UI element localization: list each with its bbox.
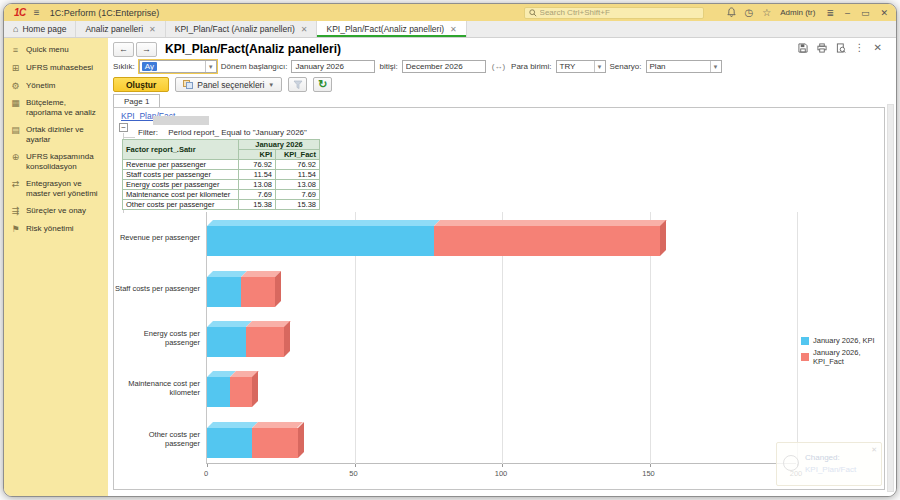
- sidebar-item-label: Quick menu: [26, 45, 69, 56]
- currency-value: TRY: [557, 62, 579, 71]
- table-row: Energy costs per passenger 13.08 13.08: [123, 180, 320, 190]
- generate-button[interactable]: Oluştur: [113, 77, 169, 92]
- row-kpi-fact: 13.08: [276, 180, 320, 190]
- favorites-star-icon[interactable]: ☆: [762, 8, 771, 18]
- chevron-down-icon: ▼: [268, 82, 274, 88]
- management-icon: ⚙: [10, 81, 21, 92]
- frequency-combo[interactable]: Ay ▼: [139, 60, 217, 73]
- funnel-icon: [293, 80, 303, 90]
- print-icon[interactable]: [817, 43, 827, 53]
- refresh-icon: ↻: [318, 79, 327, 90]
- integration-icon: ⇄: [10, 179, 21, 199]
- show-panel-icon[interactable]: ≣: [826, 8, 834, 18]
- chevron-down-icon[interactable]: ▼: [710, 61, 721, 72]
- tab-close-icon[interactable]: ✕: [450, 25, 457, 34]
- sidebar-item-accounting[interactable]: ⊞UFRS muhasebesi: [10, 63, 104, 74]
- tab-kpi-plan-fact-1[interactable]: KPI_Plan/Fact (Analiz panelleri) ✕: [166, 21, 318, 37]
- bar-segment-kpi-fact: [246, 327, 285, 357]
- body-row: ≡Quick menu⊞UFRS muhasebesi⚙Yönetim▦Bütç…: [4, 38, 896, 496]
- frequency-value: Ay: [142, 62, 157, 71]
- page-tab-label: Page 1: [124, 97, 149, 106]
- x-axis-tick-label: 50: [341, 469, 367, 478]
- close-window-button[interactable]: ✕: [880, 8, 888, 18]
- user-label[interactable]: Admin (tr): [780, 8, 815, 17]
- tree-connector-line: [124, 137, 135, 138]
- notifications-bell-icon[interactable]: [727, 7, 736, 19]
- row-kpi: 11.54: [239, 170, 276, 180]
- tab-label: KPI_Plan/Fact(Analiz panelleri): [326, 24, 444, 34]
- save-icon[interactable]: [798, 43, 808, 53]
- vertical-scrollbar[interactable]: [887, 104, 894, 492]
- window-title: 1C:Perform (1C:Enterprise): [50, 8, 160, 18]
- tab-home-page[interactable]: ⌂ Home page: [4, 21, 76, 37]
- tab-close-icon[interactable]: ✕: [301, 25, 308, 34]
- panel-options-button[interactable]: Panel seçenekleri ▼: [175, 77, 282, 92]
- restore-button[interactable]: ▭: [861, 8, 870, 18]
- forward-button[interactable]: →: [136, 42, 157, 57]
- tab-close-icon[interactable]: ✕: [149, 25, 156, 34]
- sidebar-item-label: Süreçler ve onay: [26, 206, 86, 217]
- chart-category-label: Revenue per passenger: [114, 233, 200, 242]
- legend-label: January 2026, KPI_Fact: [813, 348, 884, 366]
- print-preview-icon[interactable]: [836, 43, 846, 53]
- period-range-icon[interactable]: (↔): [492, 62, 505, 71]
- sidebar-item-integration[interactable]: ⇄Entegrasyon ve master veri yönetimi: [10, 179, 104, 199]
- tab-analiz-panelleri[interactable]: Analiz panelleri ✕: [76, 21, 165, 37]
- kpi-bar-chart: 050100150200Revenue per passengerStaff c…: [114, 212, 804, 484]
- more-menu-icon[interactable]: ⋮: [855, 43, 865, 53]
- table-group-header: January 2026: [239, 140, 320, 150]
- bar-segment-kpi: [207, 327, 246, 357]
- period-end-input[interactable]: [403, 61, 485, 72]
- main-menu-icon[interactable]: ≡: [34, 7, 40, 18]
- row-name: Staff costs per passenger: [123, 170, 239, 180]
- period-end-field: [402, 60, 486, 73]
- global-search[interactable]: [524, 7, 704, 19]
- sidebar-item-budgeting[interactable]: ▦Bütçeleme, raporlama ve analiz: [10, 98, 104, 118]
- sidebar-item-processes[interactable]: ⇶Süreçler ve onay: [10, 206, 104, 217]
- bar-track: [207, 277, 796, 307]
- sidebar-item-risk[interactable]: ⚑Risk yönetimi: [10, 224, 104, 235]
- refresh-button[interactable]: ↻: [313, 77, 332, 92]
- sidebar-item-management[interactable]: ⚙Yönetim: [10, 81, 104, 92]
- sidebar-item-label: UFRS kapsamında konsolidasyon: [26, 152, 104, 172]
- back-button[interactable]: ←: [113, 42, 134, 57]
- history-icon[interactable]: ◷: [745, 8, 754, 18]
- currency-combo[interactable]: TRY ▼: [556, 60, 606, 73]
- quick-menu-icon: ≡: [10, 45, 21, 56]
- sidebar-item-label: Entegrasyon ve master veri yönetimi: [26, 179, 104, 199]
- chart-category-label: Staff costs per passenger: [114, 283, 200, 292]
- scenario-combo[interactable]: Plan ▼: [646, 60, 722, 73]
- sidebar-item-quick-menu[interactable]: ≡Quick menu: [10, 45, 104, 56]
- sidebar-item-directories[interactable]: ▤Ortak dizinler ve ayarlar: [10, 125, 104, 145]
- gridline: [797, 212, 798, 464]
- collapse-group-icon[interactable]: −: [119, 123, 128, 132]
- search-icon: [529, 9, 537, 17]
- search-input[interactable]: [540, 8, 699, 17]
- row-kpi: 76.92: [239, 160, 276, 170]
- row-name: Energy costs per passenger: [123, 180, 239, 190]
- sidebar-item-label: UFRS muhasebesi: [26, 63, 93, 74]
- bar-segment-kpi: [207, 428, 252, 458]
- table-row: Other costs per passenger 15.38 15.38: [123, 200, 320, 210]
- minimize-button[interactable]: –: [845, 8, 850, 18]
- close-panel-icon[interactable]: ✕: [874, 43, 882, 53]
- header-icons: ⋮ ✕: [798, 43, 882, 53]
- legend-swatch-icon: [801, 353, 809, 361]
- tab-kpi-plan-fact-2[interactable]: KPI_Plan/Fact(Analiz panelleri) ✕: [317, 21, 466, 37]
- axis-tick: [207, 464, 208, 467]
- filter-button[interactable]: [288, 77, 307, 92]
- bar-segment-kpi-fact: [252, 428, 297, 458]
- group-header-cell: [153, 116, 209, 125]
- page-tab[interactable]: Page 1: [113, 94, 160, 107]
- chevron-down-icon[interactable]: ▼: [594, 61, 605, 72]
- budgeting-icon: ▦: [10, 98, 21, 118]
- toast-close-icon[interactable]: ✕: [871, 446, 877, 454]
- sidebar-item-consolidation[interactable]: ⊕UFRS kapsamında konsolidasyon: [10, 152, 104, 172]
- table-row: Maintenance cost per kilometer 7.69 7.69: [123, 190, 320, 200]
- period-start-input[interactable]: [292, 61, 374, 72]
- table-row: Revenue per passenger 76.92 76.92: [123, 160, 320, 170]
- frequency-label: Sıklık:: [113, 62, 135, 71]
- sidebar-item-label: Ortak dizinler ve ayarlar: [26, 125, 104, 145]
- legend-entry: January 2026, KPI: [801, 336, 884, 345]
- chevron-down-icon[interactable]: ▼: [205, 61, 216, 72]
